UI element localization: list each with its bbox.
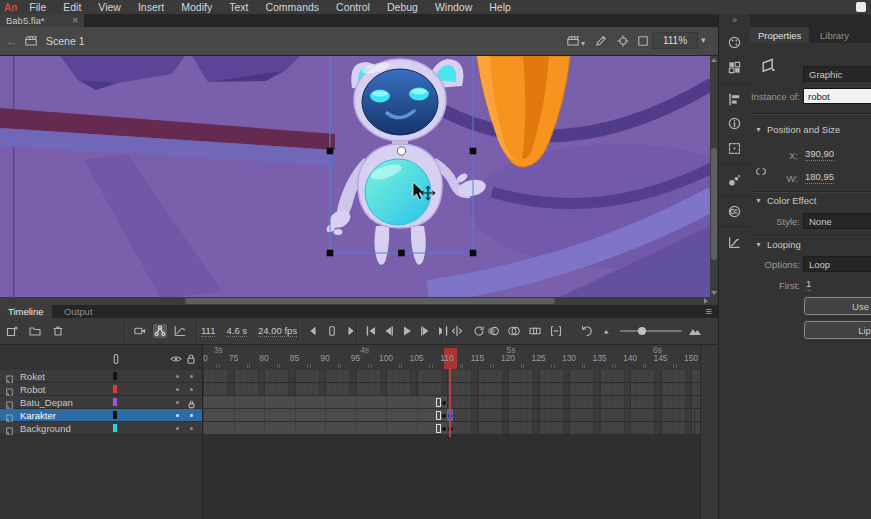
stage-hscroll-thumb[interactable] [185, 298, 555, 304]
edit-scene-icon[interactable] [566, 34, 580, 48]
loop-playback-icon[interactable] [472, 324, 486, 338]
edit-scene-chevron-icon[interactable]: ▾ [581, 39, 585, 48]
menu-file[interactable]: File [29, 0, 46, 14]
layer-outline-swatch[interactable] [113, 398, 117, 406]
menu-control[interactable]: Control [336, 0, 370, 14]
layer-outline-swatch[interactable] [113, 411, 117, 419]
prev-keyframe-icon[interactable] [306, 324, 320, 338]
frame-ruler[interactable]: 3s4s5s6s 7075808590951001051101151201251… [203, 345, 700, 370]
w-value[interactable]: 180,95 [805, 171, 834, 184]
go-first-frame-icon[interactable] [364, 324, 378, 338]
stage-zoom-chevron-icon[interactable]: ▾ [701, 35, 706, 45]
frame-rate-value[interactable]: 24.00 fps [258, 325, 297, 337]
collapse-dock-icon[interactable]: » [719, 15, 750, 25]
info-panel-icon[interactable] [727, 116, 742, 131]
layer-batu_depan[interactable]: Batu_Depan [0, 396, 202, 409]
menu-help[interactable]: Help [489, 0, 511, 14]
zoom-slider-knob[interactable] [638, 327, 646, 335]
edit-multiple-frames-icon[interactable] [528, 324, 542, 338]
layer-outline-swatch[interactable] [113, 372, 117, 380]
back-arrow-icon[interactable]: ← [6, 34, 18, 48]
layer-karakter[interactable]: Karakter [0, 409, 202, 422]
loop-options-dropdown[interactable]: Loop [803, 256, 871, 272]
layer-outline-swatch[interactable] [113, 385, 117, 393]
instance-of-field[interactable]: robot [803, 88, 871, 104]
new-folder-icon[interactable] [28, 324, 42, 338]
menu-text[interactable]: Text [229, 0, 248, 14]
lip-syncing-button[interactable]: Lip S [804, 321, 871, 339]
frames-karakter[interactable] [203, 409, 700, 422]
section-looping[interactable]: ▼ Looping [755, 239, 801, 250]
modify-markers-icon[interactable] [549, 324, 563, 338]
step-forward-icon[interactable] [418, 324, 432, 338]
swatches-panel-icon[interactable] [727, 60, 742, 75]
color-panel-icon[interactable] [727, 35, 742, 50]
frames-background[interactable] [203, 422, 700, 435]
elapsed-time-value[interactable]: 4.6 s [226, 325, 247, 337]
section-position-size[interactable]: ▼ Position and Size [755, 124, 840, 135]
section-color-effect[interactable]: ▼ Color Effect [755, 195, 816, 206]
menu-insert[interactable]: Insert [138, 0, 164, 14]
edit-symbols-icon[interactable] [594, 34, 608, 48]
layer-lock-dot[interactable] [190, 427, 193, 430]
use-frame-picker-button[interactable]: Use Fra [804, 297, 871, 315]
menu-modify[interactable]: Modify [181, 0, 212, 14]
current-frame-icon[interactable] [325, 324, 339, 338]
layer-lock-dot[interactable] [190, 375, 193, 378]
scroll-right-icon[interactable] [704, 298, 708, 304]
step-back-icon[interactable] [382, 324, 396, 338]
zoom-out-timeline-icon[interactable] [600, 324, 614, 338]
center-playhead-icon[interactable] [450, 324, 464, 338]
layer-robot[interactable]: Robot [0, 383, 202, 396]
motion-editor-panel-icon[interactable] [727, 235, 742, 250]
play-icon[interactable] [400, 324, 414, 338]
brush-library-panel-icon[interactable] [727, 173, 742, 188]
scroll-up-icon[interactable] [711, 58, 717, 62]
graph-view-icon[interactable] [173, 324, 187, 338]
parenting-view-icon[interactable] [153, 324, 167, 338]
frames-robot[interactable] [203, 383, 700, 396]
menu-commands[interactable]: Commands [265, 0, 319, 14]
menu-debug[interactable]: Debug [387, 0, 418, 14]
reset-zoom-icon[interactable] [580, 324, 594, 338]
frames-batu_depan[interactable] [203, 396, 700, 409]
layer-background[interactable]: Background [0, 422, 202, 435]
playhead-line[interactable] [449, 368, 451, 437]
transform-panel-icon[interactable] [727, 141, 742, 156]
tab-close-icon[interactable]: × [72, 15, 78, 26]
timeline-zoom-slider[interactable] [620, 330, 682, 332]
scroll-down-icon[interactable] [711, 291, 717, 295]
lock-column-icon[interactable] [184, 352, 198, 366]
outline-column-icon[interactable] [109, 352, 123, 366]
go-last-frame-icon[interactable] [436, 324, 450, 338]
layer-visibility-dot[interactable] [176, 388, 179, 391]
menu-edit[interactable]: Edit [63, 0, 81, 14]
layer-visibility-dot[interactable] [176, 427, 179, 430]
layer-outline-swatch[interactable] [113, 424, 117, 432]
stage-vscroll-thumb[interactable] [711, 148, 717, 260]
show-hide-column-icon[interactable] [169, 352, 183, 366]
panel-menu-icon[interactable]: ≡ [706, 305, 712, 318]
menu-window[interactable]: Window [435, 0, 472, 14]
layer-roket[interactable]: Roket [0, 370, 202, 383]
layer-visibility-dot[interactable] [176, 375, 179, 378]
window-control-icon[interactable] [856, 2, 866, 12]
first-frame-value[interactable]: 1 [806, 278, 811, 291]
layer-visibility-dot[interactable] [176, 401, 179, 404]
layer-visibility-dot[interactable] [176, 414, 179, 417]
onion-outlines-icon[interactable] [507, 324, 521, 338]
clip-content-icon[interactable] [636, 34, 650, 48]
center-frame-icon[interactable] [616, 34, 630, 48]
stage-canvas[interactable] [0, 56, 710, 297]
symbol-type-dropdown[interactable]: Graphic [803, 66, 871, 82]
tab-library[interactable]: Library [812, 27, 857, 43]
tab-properties[interactable]: Properties [750, 27, 809, 43]
style-dropdown[interactable]: None [803, 213, 871, 229]
align-panel-icon[interactable] [727, 92, 742, 107]
frames-roket[interactable] [203, 370, 700, 383]
tab-output[interactable]: Output [56, 305, 101, 318]
cc-libraries-panel-icon[interactable] [727, 204, 742, 219]
stage-vertical-scrollbar[interactable] [710, 56, 718, 297]
menu-view[interactable]: View [98, 0, 121, 14]
delete-layer-icon[interactable] [51, 324, 65, 338]
